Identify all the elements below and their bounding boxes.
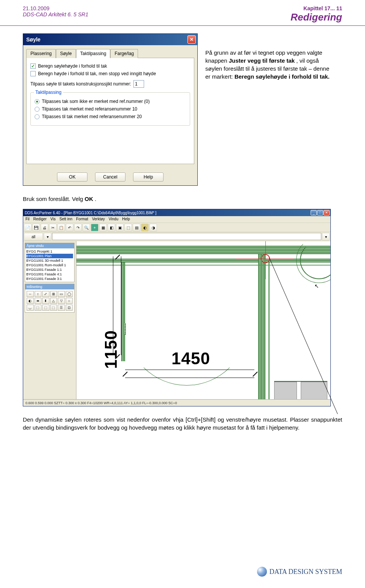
checkbox-beregn-hoyde[interactable] bbox=[30, 63, 36, 69]
footer-logo: DATA DESIGN SYSTEM bbox=[257, 567, 342, 577]
header-chapter: Kapittel 17... 11 bbox=[290, 5, 342, 11]
toolbar-icon[interactable]: ↷ bbox=[74, 224, 82, 231]
cad-menubar: Fil Rediger Vis Sett inn Format Verktøy … bbox=[23, 216, 330, 223]
menu-fil[interactable]: Fil bbox=[25, 217, 30, 222]
palette-icon[interactable]: ○ bbox=[66, 298, 73, 304]
palette-icon[interactable]: ▽ bbox=[58, 298, 65, 304]
cad-titlebar: DDS ArcPartner 6.40 - [Plan BYGG1001 C:\… bbox=[23, 209, 330, 216]
tab-taktilpassing[interactable]: Taktilpassing bbox=[76, 49, 111, 58]
checkbox-beregn-stopp[interactable] bbox=[30, 71, 36, 76]
palette-icon[interactable]: ⬚ bbox=[42, 305, 49, 311]
radio-ref-10[interactable] bbox=[35, 107, 40, 112]
column-dialog: Søyle ✕ Plassering Søyle Taktilpassing F… bbox=[23, 33, 198, 186]
cancel-button[interactable]: Cancel bbox=[95, 172, 125, 182]
palette-icon[interactable]: ◯ bbox=[66, 291, 73, 297]
field-label: Tilpass søyle til takets konstruksjonssj… bbox=[30, 81, 131, 87]
list-item[interactable]: BYGG1001 Fasade 4:1 bbox=[26, 272, 73, 277]
palette-icon[interactable]: ▭ bbox=[58, 291, 65, 297]
palette-icon[interactable]: ◡ bbox=[27, 305, 34, 311]
list-item[interactable]: BYGG1001 Fasade 3:1 bbox=[26, 277, 73, 281]
toolbar-icon[interactable]: ▦ bbox=[99, 224, 107, 231]
minimize-icon[interactable]: _ bbox=[311, 210, 317, 215]
panel-apne-vindu-title: Åpne vindu bbox=[25, 243, 74, 248]
list-item[interactable]: BYGG Prosjekt 1 bbox=[26, 249, 73, 254]
arc bbox=[296, 237, 331, 283]
menu-settinn[interactable]: Sett inn bbox=[59, 217, 72, 222]
cad-toolbar-2: all ▾ ▾ bbox=[23, 232, 330, 241]
palette-icon[interactable]: ⬚ bbox=[50, 305, 57, 311]
dim-line bbox=[125, 370, 254, 378]
list-item[interactable]: BYGG1001 Fasade 1:1 bbox=[26, 267, 73, 272]
toolbar-dropdown[interactable]: all bbox=[24, 233, 43, 240]
dim-tick-icon bbox=[114, 254, 121, 260]
cad-toolbar-1: 📄 💾 🖨 ✂ 📋 ↶ ↷ 🔍 + ▦ ◧ ▣ ⬚ ▤ ◐ ◑ bbox=[23, 223, 330, 232]
ok-button[interactable]: OK bbox=[57, 172, 87, 182]
menu-help[interactable]: Help bbox=[122, 217, 130, 222]
close-icon[interactable]: ✕ bbox=[187, 35, 196, 44]
sjikt-nummer-input[interactable]: 1 bbox=[133, 80, 144, 88]
wall bbox=[76, 246, 331, 254]
tab-content: Beregn søylehøyde i forhold til tak Bere… bbox=[26, 58, 194, 164]
tab-soyle[interactable]: Søyle bbox=[56, 49, 76, 58]
list-item[interactable]: BYGG1001 3D-modell 1 bbox=[26, 258, 73, 263]
palette-icon[interactable]: ⤢ bbox=[42, 291, 49, 297]
dim-tick-icon bbox=[252, 371, 258, 377]
menu-verktoy[interactable]: Verktøy bbox=[92, 217, 105, 222]
help-button[interactable]: Help bbox=[133, 172, 163, 182]
page-header: 21.10.2009 DDS-CAD Arkitekt 6. 5 SR1 Kap… bbox=[0, 0, 365, 26]
para-mid: Bruk som foreslått. Velg OK . bbox=[0, 190, 365, 206]
cad-canvas[interactable]: 1150 1450 ↖ bbox=[76, 241, 330, 406]
toolbar-icon[interactable]: 💾 bbox=[32, 224, 40, 231]
menu-rediger[interactable]: Rediger bbox=[33, 217, 47, 222]
palette-icon[interactable]: ⬚ bbox=[35, 305, 42, 311]
toolbar-icon[interactable]: ◐ bbox=[141, 224, 149, 231]
palette-icon[interactable]: ↔ bbox=[27, 291, 34, 297]
toolbar-icon[interactable]: 📄 bbox=[24, 224, 32, 231]
toolbar-icon[interactable]: + bbox=[91, 224, 98, 231]
toolbar-icon[interactable]: ↶ bbox=[66, 224, 73, 231]
toolbar-icon[interactable]: ⬚ bbox=[124, 224, 132, 231]
palette-icon[interactable]: ☰ bbox=[58, 305, 65, 311]
maximize-icon[interactable]: □ bbox=[317, 210, 323, 215]
dialog-title: Søyle bbox=[25, 36, 40, 43]
palette-icon[interactable]: ↕ bbox=[35, 291, 42, 297]
cad-left-panel: Åpne vindu BYGG Prosjekt 1 BYGG1001 Plan… bbox=[23, 241, 76, 406]
para-right: På grunn av at før vi tegnet opp veggen … bbox=[205, 33, 335, 186]
dialog-tabs: Plassering Søyle Taktilpassing Farge/lag bbox=[26, 49, 194, 58]
menu-vis[interactable]: Vis bbox=[51, 217, 56, 222]
toolbar-icon[interactable]: 📋 bbox=[57, 224, 65, 231]
palette-icon[interactable]: ⊞ bbox=[50, 291, 57, 297]
menu-format[interactable]: Format bbox=[76, 217, 88, 222]
palette-icon[interactable]: ⊡ bbox=[66, 305, 73, 311]
toolbar-icon[interactable]: ◧ bbox=[108, 224, 115, 231]
header-date: 21.10.2009 bbox=[23, 5, 88, 11]
list-item[interactable]: BYGG1001 Rom-modell 1 bbox=[26, 263, 73, 267]
palette-icon[interactable]: ⬌ bbox=[35, 298, 42, 304]
toolbar-icon[interactable]: ◑ bbox=[149, 224, 157, 231]
palette-icon[interactable]: ⬍ bbox=[42, 298, 49, 304]
fieldset-taktilpassing: Taktilpassing Tilpasses tak som ikke er … bbox=[30, 92, 190, 126]
toolbar-icon[interactable]: ▣ bbox=[116, 224, 124, 231]
radio-ref-20[interactable] bbox=[35, 114, 40, 119]
tab-fargelag[interactable]: Farge/lag bbox=[110, 49, 138, 58]
line bbox=[274, 381, 327, 382]
radio-label-0: Tilpasses tak som ikke er merket med ref… bbox=[42, 99, 150, 104]
menu-vindu[interactable]: Vindu bbox=[109, 217, 118, 222]
palette-icon[interactable]: △ bbox=[50, 298, 57, 304]
toolbar-icon[interactable]: ▤ bbox=[133, 224, 140, 231]
svg-line-0 bbox=[115, 255, 120, 259]
radio-label-20: Tilpasses til tak merket med referansenu… bbox=[42, 114, 142, 119]
toolbar-icon[interactable]: ▾ bbox=[44, 233, 51, 240]
radio-ref-0[interactable] bbox=[35, 99, 40, 104]
toolbar-icon[interactable]: 🖨 bbox=[41, 224, 48, 231]
dim-tick-icon bbox=[122, 371, 128, 377]
tab-plassering[interactable]: Plassering bbox=[26, 49, 56, 58]
checkbox-label-2: Beregn høyde i forhold til tak, men stop… bbox=[38, 71, 156, 76]
palette-icon[interactable]: ◐ bbox=[27, 298, 34, 304]
toolbar-icon[interactable]: ✂ bbox=[49, 224, 57, 231]
close-icon[interactable]: ✕ bbox=[324, 210, 330, 215]
toolbar-field[interactable] bbox=[52, 233, 321, 240]
cursor-arrow-icon: ↖ bbox=[314, 283, 319, 289]
list-item[interactable]: BYGG1001 Plan bbox=[26, 254, 73, 258]
toolbar-icon[interactable]: 🔍 bbox=[83, 224, 90, 231]
